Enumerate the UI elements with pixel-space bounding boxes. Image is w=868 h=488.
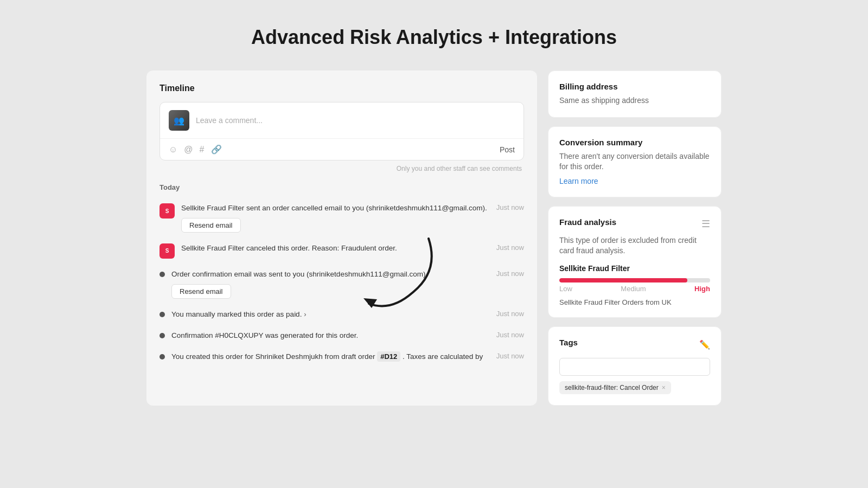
timeline-content-2: Sellkite Fraud Filter canceled this orde…	[181, 243, 490, 254]
mention-icon[interactable]: @	[184, 145, 193, 155]
risk-bar-fill	[559, 278, 687, 282]
timeline-heading: Timeline	[159, 84, 524, 93]
timeline-time-3: Just now	[496, 269, 524, 278]
timeline-text-6: You created this order for Shriniket Des…	[171, 352, 490, 362]
table-row: You manually marked this order as paid. …	[159, 304, 524, 325]
page-title: Advanced Risk Analytics + Integrations	[0, 0, 868, 70]
risk-label-medium: Medium	[621, 285, 646, 293]
edit-icon[interactable]: ✏️	[699, 339, 710, 350]
conversion-summary-title: Conversion summary	[559, 138, 710, 147]
timeline-time-6: Just now	[496, 352, 524, 360]
timeline-content-6: You created this order for Shriniket Des…	[171, 352, 490, 362]
conversion-summary-card: Conversion summary There aren't any conv…	[548, 126, 722, 197]
fraud-analysis-title: Fraud analysis	[559, 217, 616, 227]
tag-list: sellkite-fraud-filter: Cancel Order ×	[559, 381, 710, 394]
table-row: You created this order for Shriniket Des…	[159, 346, 524, 368]
avatar: 👥	[169, 110, 189, 131]
timeline-time-4: Just now	[496, 310, 524, 318]
timeline-time-2: Just now	[496, 243, 524, 252]
link-icon[interactable]: 🔗	[211, 144, 222, 155]
timeline-dot-4	[159, 312, 165, 317]
list-icon[interactable]: ☰	[701, 218, 710, 230]
order-link[interactable]: #D12	[377, 351, 400, 362]
comment-toolbar: ☺ @ # 🔗 Post	[160, 138, 524, 160]
timeline-text-1: Sellkite Fraud Filter sent an order canc…	[181, 203, 490, 214]
timeline-content-3: Order confirmation email was sent to you…	[171, 269, 490, 299]
timeline-time-5: Just now	[496, 331, 524, 339]
timeline-text-4: You manually marked this order as paid. …	[171, 310, 490, 320]
tags-card: Tags ✏️ sellkite-fraud-filter: Cancel Or…	[548, 326, 722, 406]
post-button[interactable]: Post	[500, 145, 515, 154]
timeline-text-3: Order confirmation email was sent to you…	[171, 269, 490, 280]
fraud-description: This type of order is excluded from cred…	[559, 235, 710, 256]
table-row: S Sellkite Fraud Filter canceled this or…	[159, 238, 524, 264]
billing-address-subtitle: Same as shipping address	[559, 95, 710, 106]
timeline-content-5: Confirmation #H0CLQXUPY was generated fo…	[171, 331, 490, 341]
billing-address-card: Billing address Same as shipping address	[548, 70, 722, 118]
hashtag-icon[interactable]: #	[200, 145, 205, 155]
timeline-section-label: Today	[159, 183, 524, 191]
timeline-items: S Sellkite Fraud Filter sent an order ca…	[159, 198, 524, 367]
tag-remove-button[interactable]: ×	[662, 384, 666, 391]
sellkite-badge-2: S	[159, 243, 175, 259]
timeline-dot-6	[159, 354, 165, 359]
fraud-filter-title: Sellkite Fraud Filter	[559, 264, 710, 273]
resend-email-button-3[interactable]: Resend email	[171, 284, 231, 299]
tag-badge: sellkite-fraud-filter: Cancel Order ×	[559, 381, 671, 394]
expand-link[interactable]: ›	[304, 310, 306, 318]
tags-header: Tags ✏️	[559, 338, 710, 351]
sellkite-badge-1: S	[159, 203, 175, 219]
fraud-source: Sellkite Fraud Filter Orders from UK	[559, 298, 710, 306]
timeline-text-5: Confirmation #H0CLQXUPY was generated fo…	[171, 331, 490, 341]
timeline-time-1: Just now	[496, 203, 524, 211]
table-row: Confirmation #H0CLQXUPY was generated fo…	[159, 325, 524, 346]
emoji-icon[interactable]: ☺	[169, 145, 177, 155]
comment-placeholder[interactable]: Leave a comment...	[196, 116, 515, 125]
timeline-text-2: Sellkite Fraud Filter canceled this orde…	[181, 243, 490, 254]
risk-labels: Low Medium High	[559, 285, 710, 293]
avatar-image: 👥	[174, 115, 184, 126]
timeline-content-1: Sellkite Fraud Filter sent an order canc…	[181, 203, 490, 233]
tags-title: Tags	[559, 338, 578, 347]
table-row: Order confirmation email was sent to you…	[159, 264, 524, 304]
risk-label-high: High	[694, 285, 710, 293]
tag-label: sellkite-fraud-filter: Cancel Order	[565, 384, 659, 391]
risk-bar-container: Low Medium High	[559, 278, 710, 293]
comment-note: Only you and other staff can see comment…	[159, 165, 524, 172]
timeline-panel: Timeline 👥 Leave a comment... ☺ @ # 🔗 Po…	[146, 70, 537, 406]
timeline-content-4: You manually marked this order as paid. …	[171, 310, 490, 320]
timeline-dot-5	[159, 333, 165, 338]
badge-label-2: S	[165, 248, 169, 254]
fraud-header: Fraud analysis ☰	[559, 217, 710, 231]
billing-address-title: Billing address	[559, 82, 710, 91]
learn-more-link[interactable]: Learn more	[559, 177, 598, 185]
tags-input[interactable]	[559, 358, 710, 376]
resend-email-button-1[interactable]: Resend email	[181, 218, 241, 233]
risk-bar-track	[559, 278, 710, 282]
badge-label: S	[165, 208, 169, 214]
right-panel: Billing address Same as shipping address…	[548, 70, 722, 406]
timeline-dot-3	[159, 272, 165, 277]
risk-label-low: Low	[559, 285, 572, 293]
table-row: S Sellkite Fraud Filter sent an order ca…	[159, 198, 524, 238]
comment-box: 👥 Leave a comment... ☺ @ # 🔗 Post	[159, 102, 524, 160]
fraud-analysis-card: Fraud analysis ☰ This type of order is e…	[548, 206, 722, 318]
conversion-summary-description: There aren't any conversion details avai…	[559, 151, 710, 172]
